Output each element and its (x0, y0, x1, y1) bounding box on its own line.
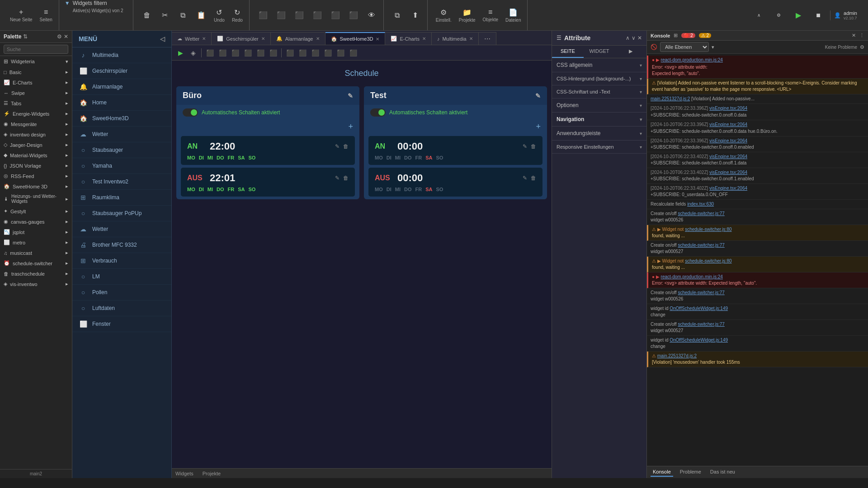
console-tab-konsole[interactable]: Konsole (651, 468, 673, 477)
sec-align-10[interactable]: ⬛ (322, 47, 334, 59)
copy-button[interactable]: ⧉ (175, 9, 191, 21)
einstell-button[interactable]: ⚙ Einstell. (433, 6, 454, 24)
log-link-7[interactable]: visEngine.tsx:2064 (709, 154, 747, 159)
test-add-button[interactable]: + (364, 120, 547, 133)
sec-align-6[interactable]: ⬛ (267, 47, 279, 59)
sec-align-12[interactable]: ⬛ (347, 47, 359, 59)
sec-align-2[interactable]: ⬛ (217, 47, 228, 59)
palette-heizung[interactable]: 🌡 Heizungs- und Wetter-Widgets ▸ (0, 192, 72, 206)
tab-wetter-close[interactable]: ✕ (202, 36, 206, 41)
console-more-icon[interactable]: ⋮ (859, 33, 864, 38)
sidebar-item-fenster[interactable]: ⬜ Fenster (72, 316, 171, 332)
tab-multimedia[interactable]: ♪ Multimedia ✕ (432, 32, 479, 45)
palette-rss[interactable]: ◎ RSS-Feed ▸ (0, 171, 72, 181)
objekte-button[interactable]: ≡ Objekte (480, 6, 501, 24)
sidebar-item-wetter2[interactable]: ☁ Wetter (72, 221, 171, 237)
console-tab-neu[interactable]: Das ist neu (708, 468, 737, 477)
palette-musiccast[interactable]: ♫ musiccast ▸ (0, 248, 72, 258)
attr-navigation[interactable]: Navigation ▾ (552, 113, 646, 127)
tab-more[interactable]: ⋯ (479, 32, 496, 45)
sec-align-11[interactable]: ⬛ (335, 47, 346, 59)
tab-multimedia-close[interactable]: ✕ (469, 36, 473, 41)
log-link-11[interactable]: schedule-switcher.js:77 (678, 211, 724, 216)
palette-toggle-icon[interactable]: ⇅ (23, 33, 28, 40)
log-link-15[interactable]: react-dom.production.min.js:24 (661, 274, 723, 279)
sidebar-collapse-icon[interactable]: ◁ (160, 35, 165, 42)
palette-sweethome[interactable]: 🏠 SweetHome 3D ▸ (0, 181, 72, 192)
palette-messgeraete[interactable]: ◉ Messgeräte ▸ (0, 119, 72, 129)
upload-button[interactable]: ⬆ (407, 9, 424, 21)
buero-entry-1-edit-icon[interactable]: ✎ (335, 143, 340, 150)
palette-jaeger[interactable]: ◇ Jaeger-Design ▸ (0, 140, 72, 150)
log-link-12[interactable]: schedule-switcher.js:80 (685, 227, 731, 232)
align-top-button[interactable]: ⬛ (309, 9, 326, 21)
sidebar-item-lm[interactable]: ○ LM (72, 269, 171, 285)
log-link-9[interactable]: visEngine.tsx:2064 (709, 186, 747, 191)
log-link-13[interactable]: schedule-switcher.js:77 (678, 243, 724, 248)
palette-config-icon[interactable]: ⚙ (57, 33, 62, 40)
neue-seite-button[interactable]: + Neue Seite (7, 6, 35, 24)
log-link-8[interactable]: visEngine.tsx:2064 (709, 170, 747, 175)
log-link-19[interactable]: OnOffScheduleWidget.js:149 (670, 338, 728, 343)
sec-align-3[interactable]: ⬛ (229, 47, 241, 59)
buero-entry-2-delete-icon[interactable]: 🗑 (343, 175, 349, 181)
log-link-16[interactable]: schedule-switcher.js:77 (678, 290, 724, 295)
test-edit-icon[interactable]: ✎ (535, 92, 541, 99)
tab-echarts[interactable]: 📈 E-Charts ✕ (385, 32, 431, 45)
log-link-10[interactable]: index.tsx:630 (687, 202, 714, 206)
console-close-icon[interactable]: ✕ (852, 33, 856, 38)
palette-energie[interactable]: ⚡ Energie-Widgets ▸ (0, 108, 72, 119)
palette-inventwo[interactable]: ◈ inventwo design ▸ (0, 129, 72, 140)
sec-align-4[interactable]: ⬛ (242, 47, 254, 59)
align-bottom-button[interactable]: ⬛ (345, 9, 362, 21)
projekte-button[interactable]: 📁 Projekte (456, 6, 478, 24)
sidebar-item-wetter[interactable]: ☁ Wetter (72, 127, 171, 142)
external-button[interactable]: ⧉ (389, 9, 406, 21)
sec-align-1[interactable]: ⬛ (204, 47, 216, 59)
log-link-1[interactable]: react-dom.production.min.js:24 (661, 57, 723, 62)
sidebar-item-sweethome[interactable]: 🏠 SweetHome3D (72, 111, 171, 127)
cut-button[interactable]: ✂ (157, 9, 173, 21)
attr-css-schrift[interactable]: CSS-Schriftart und -Text ▾ (552, 85, 646, 99)
attr-anwendung[interactable]: Anwendungsleiste ▾ (552, 127, 646, 141)
tab-sweethome[interactable]: 🏠 SweetHome3D ✕ (326, 32, 386, 45)
palette-basic[interactable]: □ Basic ▸ (0, 67, 72, 77)
palette-jqplot[interactable]: 📉 jqplot ▸ (0, 227, 72, 237)
delete-button[interactable]: 🗑 (139, 9, 155, 21)
test-entry-2-delete-icon[interactable]: 🗑 (531, 175, 536, 181)
buero-entry-1-delete-icon[interactable]: 🗑 (343, 143, 349, 150)
undo-button[interactable]: ↺ Undo (211, 6, 227, 24)
sidebar-item-raumklima[interactable]: ⊞ Raumklima (72, 190, 171, 206)
attr-css-allgemein[interactable]: CSS allgemein ▾ (552, 58, 646, 72)
seiten-button[interactable]: ≡ Seiten (37, 6, 55, 24)
attr-tab-seite[interactable]: SEITE (552, 46, 584, 58)
sidebar-item-alarm[interactable]: 🔔 Alarmanlage (72, 79, 171, 95)
eye-button[interactable]: 👁 (363, 9, 380, 21)
palette-widgeteria[interactable]: ⊞ Widgeteria ▾ (0, 56, 72, 67)
sidebar-item-luftdaten[interactable]: ○ Luftdaten (72, 300, 171, 316)
sidebar-item-yamaha[interactable]: ○ Yamaha (72, 158, 171, 174)
sec-align-5[interactable]: ⬛ (255, 47, 266, 59)
dateien-button[interactable]: 📄 Dateien (503, 6, 524, 24)
tab-alarm[interactable]: 🔔 Alarmanlage ✕ (271, 32, 326, 45)
attr-responsive[interactable]: Responsive Einstellungen ▾ (552, 141, 646, 154)
diamond-button[interactable]: ◈ (187, 47, 199, 59)
palette-schedule[interactable]: ⏰ schedule-switcher ▸ (0, 258, 72, 268)
tab-sweethome-close[interactable]: ✕ (376, 37, 379, 42)
attr-tab-widget[interactable]: WIDGET (584, 46, 615, 58)
console-clear-icon[interactable]: 🚫 (651, 44, 657, 50)
log-link-18[interactable]: schedule-switcher.js:77 (678, 322, 724, 327)
sec-align-8[interactable]: ⬛ (297, 47, 308, 59)
log-link-14[interactable]: schedule-switcher.js:80 (685, 258, 731, 263)
log-link-17[interactable]: OnOffScheduleWidget.js:149 (670, 306, 728, 311)
palette-swipe[interactable]: ↔ Swipe ▸ (0, 88, 72, 98)
palette-vis[interactable]: ◈ vis-inventwo ▸ (0, 279, 72, 289)
palette-trash[interactable]: 🗑 traschschedule ▸ (0, 268, 72, 279)
palette-close-icon[interactable]: ✕ (64, 33, 68, 40)
tab-echarts-close[interactable]: ✕ (422, 36, 426, 41)
tab-wetter[interactable]: ☁ Wetter ✕ (172, 32, 212, 45)
attr-tab-more[interactable]: ▶ (615, 46, 646, 58)
attr-down-icon[interactable]: ∨ (632, 35, 636, 41)
log-link-20[interactable]: main.2251327d.js:2 (657, 353, 697, 358)
sidebar-item-multimedia[interactable]: ♪ Multimedia (72, 47, 171, 63)
